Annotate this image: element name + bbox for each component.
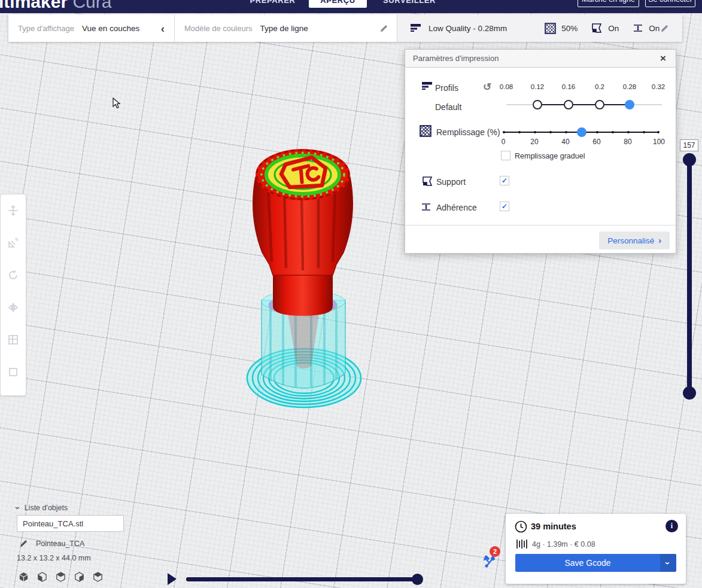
tab-preparer[interactable]: PRÉPARER <box>238 0 307 13</box>
color-scheme-value: Type de ligne <box>260 24 308 33</box>
issues-count-badge[interactable]: 2 <box>490 546 500 557</box>
support-icon <box>422 176 433 187</box>
adhesion-checkbox[interactable]: ✓ <box>500 202 509 211</box>
move-tool-icon[interactable] <box>4 202 22 220</box>
per-model-settings-icon[interactable] <box>4 331 22 349</box>
save-gcode-label[interactable]: Save Gcode <box>515 554 660 572</box>
infill-icon <box>420 125 431 137</box>
adhesion-icon <box>633 23 643 33</box>
view-front-icon[interactable] <box>37 571 48 583</box>
gradual-infill-label: Remplissage graduel <box>515 152 585 160</box>
panel-divider <box>405 225 676 226</box>
save-gcode-button[interactable]: Save Gcode › <box>515 554 676 572</box>
profile-summary: Low Quality - 0.28mm <box>429 24 507 33</box>
print-job-card: 39 minutes i 4g · 1.39m · € 0.08 Save Gc… <box>506 514 686 584</box>
model-preview-pointeau[interactable] <box>227 138 380 422</box>
object-dimensions: 13.2 x 13.2 x 44.0 mm <box>17 554 91 562</box>
sign-in-button[interactable]: Se connecter <box>645 0 695 7</box>
adhesion-icon <box>421 202 431 212</box>
adhesion-summary: On <box>649 24 660 33</box>
support-blocker-icon[interactable] <box>4 363 22 381</box>
mirror-tool-icon[interactable] <box>4 298 22 316</box>
check-icon: ✓ <box>502 176 507 185</box>
support-checkbox[interactable]: ✓ <box>500 176 509 185</box>
layer-slider-track[interactable] <box>687 159 692 394</box>
play-simulation-button[interactable] <box>168 573 177 585</box>
troubleshoot-tools-icon[interactable] <box>482 555 497 569</box>
close-icon[interactable]: × <box>657 52 670 65</box>
chevron-right-icon: › <box>658 236 661 245</box>
edit-settings-pencil-icon[interactable] <box>660 24 669 33</box>
left-tool-panel <box>0 194 26 396</box>
chevron-left-icon[interactable]: ‹ <box>161 23 165 34</box>
clock-icon <box>515 520 527 533</box>
mouse-cursor <box>113 98 121 109</box>
material-usage: 4g · 1.39m · € 0.08 <box>532 540 595 549</box>
top-bar: ltimaker Cura PRÉPARER APERÇU SURVEILLER… <box>0 0 702 13</box>
infill-summary: 50% <box>561 24 578 33</box>
simulation-timeline-track[interactable] <box>186 577 421 581</box>
save-output-dropdown[interactable]: › <box>660 554 676 572</box>
panel-header[interactable]: Paramètres d'impression × <box>405 50 676 68</box>
custom-settings-button[interactable]: Personnalisé › <box>599 231 670 249</box>
layer-number-label: 157 <box>680 139 698 151</box>
rename-pencil-icon[interactable] <box>19 539 28 548</box>
view-toolbar: Type d'affichage Vue en couches ‹ Modèle… <box>8 14 682 42</box>
support-label: Support <box>436 177 466 187</box>
infill-slider-handle[interactable] <box>577 127 586 137</box>
rotate-tool-icon[interactable] <box>4 266 22 284</box>
profile-slider-handle[interactable] <box>625 100 634 109</box>
tab-apercu[interactable]: APERÇU <box>309 0 367 8</box>
simulation-timeline-handle[interactable] <box>412 574 423 585</box>
profile-slider-stop-020[interactable] <box>595 100 604 109</box>
support-icon <box>591 23 603 33</box>
scale-tool-icon[interactable] <box>4 234 22 252</box>
chevron-down-icon: › <box>13 507 23 510</box>
view-right-icon[interactable] <box>92 571 104 583</box>
print-settings-panel: Paramètres d'impression × Profils ↺ 0.08… <box>405 49 676 254</box>
check-icon: ✓ <box>502 202 507 211</box>
reset-profile-icon[interactable]: ↺ <box>483 81 491 93</box>
infill-label: Remplissage (%) <box>436 127 500 137</box>
object-list-toggle[interactable]: › Liste d'objets <box>17 503 68 513</box>
object-list-header: Liste d'objets <box>25 504 68 512</box>
profile-label: Profils <box>435 83 458 93</box>
pencil-icon[interactable] <box>379 24 388 33</box>
panel-title: Paramètres d'impression <box>413 54 499 63</box>
display-type-selector[interactable]: Type d'affichage Vue en couches ‹ <box>8 14 174 42</box>
object-name: Pointeau_TCA <box>36 540 84 548</box>
layer-slider-bottom-handle[interactable] <box>683 386 696 400</box>
color-scheme-selector[interactable]: Modèle de couleurs Type de ligne <box>174 14 397 42</box>
profile-quality-icon <box>422 81 433 91</box>
cura-app-window: ltimaker Cura PRÉPARER APERÇU SURVEILLER… <box>0 0 702 588</box>
profile-quality-icon <box>411 23 422 33</box>
camera-view-presets <box>18 571 104 583</box>
marketplace-button[interactable]: Marché en ligne <box>578 0 639 7</box>
infill-icon <box>545 23 556 34</box>
print-duration: 39 minutes <box>531 522 576 531</box>
color-scheme-label: Modèle de couleurs <box>184 24 252 33</box>
material-usage-icon <box>516 538 529 550</box>
info-icon[interactable]: i <box>665 520 678 532</box>
adhesion-label: Adhérence <box>436 203 477 212</box>
display-type-label: Type d'affichage <box>18 24 74 33</box>
model-cap <box>256 149 350 200</box>
profile-slider-stop-016[interactable] <box>564 100 573 109</box>
app-logo: ltimaker Cura <box>0 0 111 12</box>
tab-surveiller[interactable]: SURVEILLER <box>376 0 443 13</box>
support-summary: On <box>608 24 619 33</box>
layer-slider-top-handle[interactable] <box>683 153 696 166</box>
display-type-value: Vue en couches <box>82 24 139 33</box>
view-left-icon[interactable] <box>74 571 85 583</box>
object-name-input[interactable] <box>17 515 124 532</box>
gradual-infill-checkbox[interactable] <box>501 151 510 160</box>
print-settings-summary[interactable]: Low Quality - 0.28mm 50% On On <box>397 14 682 42</box>
chevron-down-icon: › <box>663 562 673 565</box>
view-top-icon[interactable] <box>55 571 66 583</box>
view-3d-icon[interactable] <box>18 571 29 583</box>
profile-selected-name: Default <box>435 102 461 112</box>
profile-slider-stop-012[interactable] <box>533 100 542 109</box>
